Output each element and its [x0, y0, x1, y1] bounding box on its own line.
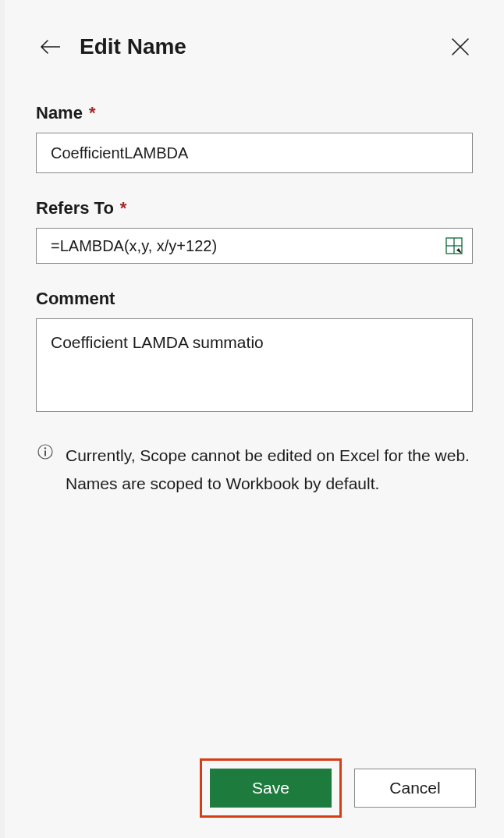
svg-rect-5: [44, 451, 46, 456]
comment-label: Comment: [36, 289, 473, 309]
header-left: Edit Name: [39, 34, 186, 59]
save-button[interactable]: Save: [210, 769, 332, 808]
cancel-button[interactable]: Cancel: [354, 769, 476, 808]
back-arrow-icon[interactable]: [39, 36, 61, 58]
comment-label-text: Comment: [36, 289, 115, 309]
required-asterisk: *: [120, 198, 127, 218]
range-picker-icon[interactable]: [443, 235, 465, 257]
info-row: Currently, Scope cannot be edited on Exc…: [36, 442, 473, 497]
refers-to-wrapper: [36, 228, 473, 264]
comment-input[interactable]: [36, 318, 473, 412]
refers-to-input[interactable]: [36, 228, 473, 264]
svg-point-4: [44, 447, 46, 449]
panel-footer: Save Cancel: [200, 758, 476, 818]
panel-content: Name * Refers To * Comment: [5, 103, 504, 497]
name-label: Name *: [36, 103, 473, 123]
refers-to-label: Refers To *: [36, 198, 473, 218]
panel-header: Edit Name: [5, 0, 504, 78]
refers-to-label-text: Refers To: [36, 198, 114, 218]
save-highlight-box: Save: [200, 758, 342, 818]
info-text: Currently, Scope cannot be edited on Exc…: [66, 442, 471, 497]
panel-title: Edit Name: [80, 34, 186, 59]
name-input[interactable]: [36, 133, 473, 173]
edit-name-panel: Edit Name Name * Refers To *: [5, 0, 504, 838]
required-asterisk: *: [89, 103, 96, 123]
info-icon: [37, 444, 55, 461]
name-label-text: Name: [36, 103, 83, 123]
close-icon[interactable]: [448, 34, 473, 59]
